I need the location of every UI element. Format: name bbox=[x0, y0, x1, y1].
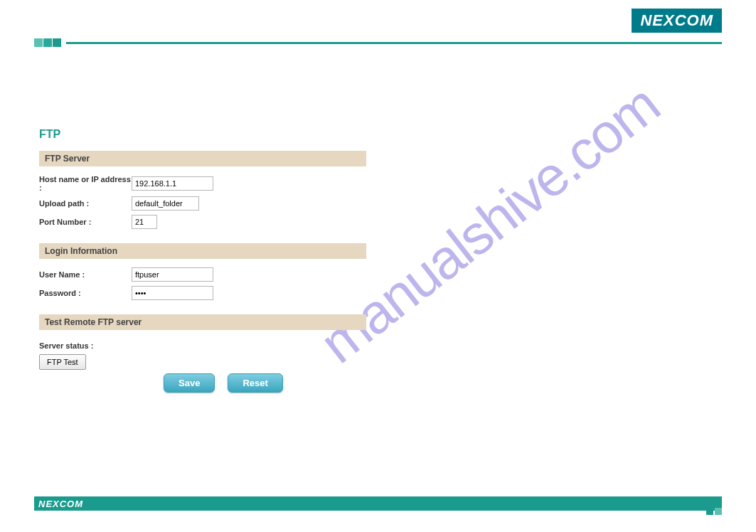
label-port: Port Number : bbox=[39, 218, 132, 226]
header-line bbox=[66, 42, 722, 44]
header-divider bbox=[34, 38, 722, 44]
input-upload-path[interactable] bbox=[132, 196, 199, 211]
row-password: Password : bbox=[39, 286, 366, 300]
brand-logo-text: NEXCOM bbox=[640, 11, 713, 29]
page-title: FTP bbox=[39, 128, 366, 141]
row-host: Host name or IP address : bbox=[39, 175, 366, 192]
row-port: Port Number : bbox=[39, 215, 366, 229]
input-port[interactable] bbox=[132, 215, 157, 229]
label-password: Password : bbox=[39, 289, 132, 297]
row-upload-path: Upload path : bbox=[39, 196, 366, 211]
brand-logo-footer: NEXCOM bbox=[38, 499, 83, 509]
input-host[interactable] bbox=[132, 176, 213, 191]
save-button[interactable]: Save bbox=[164, 373, 215, 393]
label-server-status: Server status : bbox=[39, 341, 366, 350]
brand-logo-top: NEXCOM bbox=[632, 9, 722, 33]
section-heading-login: Login Information bbox=[39, 243, 366, 259]
ftp-settings-panel: FTP FTP Server Host name or IP address :… bbox=[39, 128, 366, 370]
header-accent-squares bbox=[34, 38, 62, 49]
ftp-test-button[interactable]: FTP Test bbox=[39, 354, 86, 370]
section-heading-test: Test Remote FTP server bbox=[39, 314, 366, 330]
action-button-row: Save Reset bbox=[164, 373, 283, 393]
input-username[interactable] bbox=[132, 267, 213, 282]
label-username: User Name : bbox=[39, 270, 132, 279]
section-heading-ftp-server: FTP Server bbox=[39, 151, 366, 166]
input-password[interactable] bbox=[132, 286, 213, 300]
row-username: User Name : bbox=[39, 267, 366, 282]
label-upload-path: Upload path : bbox=[39, 199, 132, 208]
footer-bar: NEXCOM bbox=[34, 496, 722, 511]
reset-button[interactable]: Reset bbox=[228, 373, 282, 393]
label-host: Host name or IP address : bbox=[39, 175, 132, 192]
